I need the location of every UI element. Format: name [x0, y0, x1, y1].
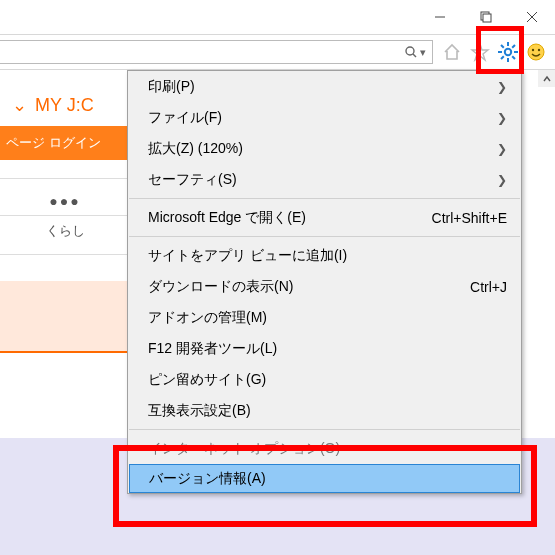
url-input[interactable]: ▾	[0, 40, 433, 64]
menu-item-manage-addons[interactable]: アドオンの管理(M)	[128, 302, 521, 333]
chevron-down-icon: ⌄	[12, 95, 27, 115]
scrollbar-up-button[interactable]	[538, 70, 555, 87]
menu-item-print[interactable]: 印刷(P) ❯	[128, 71, 521, 102]
search-icon[interactable]: ▾	[404, 45, 426, 59]
svg-point-16	[528, 44, 544, 60]
minimize-button[interactable]	[417, 0, 463, 34]
svg-point-5	[406, 47, 414, 55]
gear-icon[interactable]	[497, 41, 519, 63]
menu-item-pinned-sites[interactable]: ピン留めサイト(G)	[128, 364, 521, 395]
svg-line-15	[501, 56, 504, 59]
close-button[interactable]	[509, 0, 555, 34]
page-tab-title[interactable]: ⌄MY J:C	[0, 70, 130, 126]
submenu-arrow-icon: ❯	[497, 173, 507, 187]
menu-item-add-appview[interactable]: サイトをアプリ ビューに追加(I)	[128, 240, 521, 271]
menu-separator	[129, 236, 520, 237]
svg-line-12	[501, 45, 504, 48]
submenu-arrow-icon: ❯	[497, 80, 507, 94]
menu-item-about[interactable]: バージョン情報(A)	[129, 464, 520, 493]
menu-separator	[129, 198, 520, 199]
submenu-arrow-icon: ❯	[497, 142, 507, 156]
menu-item-downloads[interactable]: ダウンロードの表示(N) Ctrl+J	[128, 271, 521, 302]
page-section-peach	[0, 281, 130, 353]
menu-item-internet-options[interactable]: インターネット オプション(O)	[128, 433, 521, 464]
svg-line-13	[512, 56, 515, 59]
shortcut-label: Ctrl+J	[470, 279, 507, 295]
tab-label: MY J:C	[35, 95, 94, 115]
login-bar-label: ページ ログイン	[6, 135, 101, 150]
menu-item-zoom[interactable]: 拡大(Z) (120%) ❯	[128, 133, 521, 164]
login-bar[interactable]: ページ ログイン	[0, 126, 130, 160]
dots-indicator: ●●●	[0, 178, 130, 216]
menu-item-file[interactable]: ファイル(F) ❯	[128, 102, 521, 133]
menu-item-safety[interactable]: セーフティ(S) ❯	[128, 164, 521, 195]
maximize-button[interactable]	[463, 0, 509, 34]
tools-menu: 印刷(P) ❯ ファイル(F) ❯ 拡大(Z) (120%) ❯ セーフティ(S…	[127, 70, 522, 494]
menu-item-open-edge[interactable]: Microsoft Edge で開く(E) Ctrl+Shift+E	[128, 202, 521, 233]
page-content: ⌄MY J:C ページ ログイン ●●● くらし	[0, 70, 130, 555]
favorites-star-icon[interactable]	[469, 41, 491, 63]
svg-point-18	[538, 49, 540, 51]
menu-item-f12-devtools[interactable]: F12 開発者ツール(L)	[128, 333, 521, 364]
window-titlebar	[0, 0, 555, 34]
shortcut-label: Ctrl+Shift+E	[432, 210, 507, 226]
home-icon[interactable]	[441, 41, 463, 63]
submenu-arrow-icon: ❯	[497, 111, 507, 125]
menu-item-compat-view[interactable]: 互換表示設定(B)	[128, 395, 521, 426]
kurashi-label: くらし	[0, 216, 130, 255]
svg-rect-2	[483, 14, 491, 22]
address-bar: ▾	[0, 34, 555, 70]
svg-line-6	[413, 54, 416, 57]
menu-separator	[129, 429, 520, 430]
svg-point-17	[532, 49, 534, 51]
svg-line-14	[512, 45, 515, 48]
smiley-icon[interactable]	[525, 41, 547, 63]
svg-point-7	[505, 49, 511, 55]
